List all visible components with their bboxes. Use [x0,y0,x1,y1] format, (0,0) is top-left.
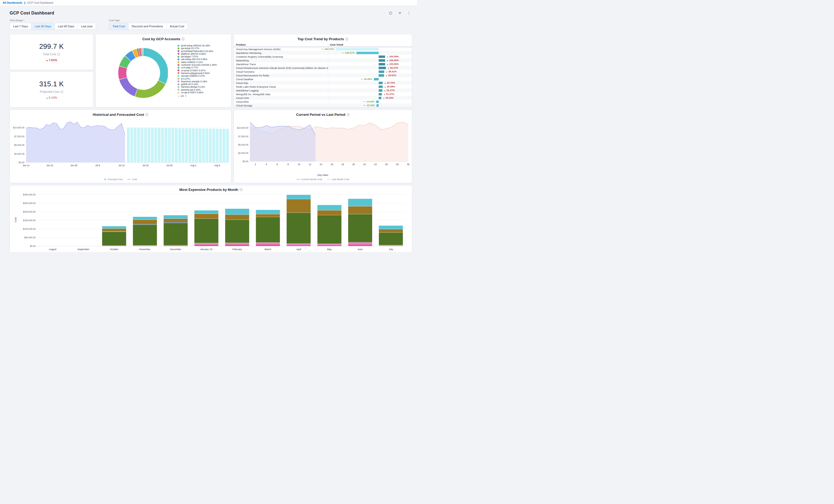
product-cell: Cloud Infrastructure Services GitLab Ser… [234,66,328,69]
info-icon[interactable]: i [57,53,60,56]
legend-item-customer-success-244100[interactable]: customer-success-244100 1.00% [177,64,231,66]
trend-bar [336,48,379,50]
stacked-bar-segment [348,214,372,242]
legend-label: ce-qa-274307 0.06% [181,91,203,94]
legend-label: ø 0.27% [181,78,190,80]
legend-forecast-cost[interactable]: Forecast Cost [104,178,123,181]
cost-type-option-total-cost[interactable]: Total Cost [109,23,128,30]
total-cost-delta: ▲7.61% [46,59,57,62]
legend-item-golink-url[interactable]: golink-url 0.14% [177,83,231,86]
legend-item-prod-setup-205416[interactable]: prod-setup-205416 32.29% [177,44,231,47]
historical-forecast-chart[interactable]: $0.00$2,500.00$5,000.00$7,500.00$10,000.… [12,118,229,172]
svg-text:July: July [389,248,393,251]
stacked-bar-segment [102,226,126,229]
cost-type-option-discount-and-promotions[interactable]: Discount and Promotions [128,23,166,30]
svg-text:6: 6 [277,163,278,166]
stacked-bar-segment [225,220,249,243]
info-icon[interactable]: i [145,113,148,116]
legend-page-down-icon[interactable]: ▼ [184,95,186,97]
product-cell: MongoDB Inc. MongoDB Atlas [234,93,328,96]
refresh-icon[interactable] [389,11,393,15]
trend-value: ▲ 16.34% [383,96,394,99]
cost-trend-cell: ▼ -146.37% [328,51,410,55]
info-icon[interactable]: i [181,38,184,41]
donut-slice-uat-setup-261723 [128,54,134,59]
column-header-product[interactable]: Product [234,43,328,46]
legend-label: golink-url 0.14% [181,83,198,86]
legend-item-ccm-play[interactable]: ccm-play 0.77% [177,66,231,69]
table-row[interactable]: Redis Labs Redis Enterprise Cloud▲ 25.38… [234,85,412,88]
legend-item-uat-setup-261723[interactable]: uat-setup-261723 5.55% [177,58,231,61]
legend-item-pr10406a87045145c3[interactable]: pr10406a87045145c3 15.20% [177,50,231,52]
legend-item-pentest-uat[interactable]: pentest-uat 0.10% [177,88,231,91]
svg-text:30: 30 [407,163,410,166]
table-row[interactable]: Cloud Memorystore for Redis▲ 33.51% [234,73,412,77]
legend-item-qa-target[interactable]: qa-target 7.57% [177,55,231,58]
info-icon[interactable]: i [345,38,348,41]
legend-page-up-icon[interactable]: ▲ [177,95,180,97]
table-row[interactable]: MongoDB Inc. MongoDB Atlas▲ 21.37% [234,92,412,96]
table-row[interactable]: Cloud CDN▲ 16.34% [234,96,412,100]
table-row[interactable]: Cloud Infrastructure Services GitLab Ser… [234,66,412,70]
filter-icon[interactable] [398,11,402,15]
table-row[interactable]: Cloud SQL▲ 25.70% [234,81,412,85]
legend-item-ø[interactable]: ø 0.27% [177,78,231,80]
gcp-accounts-donut-chart[interactable] [113,43,168,103]
stacked-bar-segment [317,210,342,215]
time-range-option-last-30-days[interactable]: Last 30 Days [31,23,54,30]
info-icon[interactable]: i [60,90,63,93]
legend-cost[interactable]: Cost [127,178,137,181]
column-header-cost-trend[interactable]: Cost Trend [328,43,410,47]
period-chart-legend: Current Month Cost Last Month Cost [234,178,412,181]
time-range-option-last-7-days[interactable]: Last 7 Days [10,23,31,30]
breadcrumb-chevron-icon: ❯ [24,1,26,4]
legend-last-month-cost[interactable]: Last Month Cost [327,178,349,181]
legend-item-harness-design[interactable]: harness-design 0.13% [177,86,231,88]
monthly-stacked-bar-chart[interactable]: $0.00$50,000.00$100,000.00$150,000.00$20… [13,193,410,252]
legend-item-platform-205701[interactable]: platform-205701 8.82% [177,52,231,55]
legend-current-month-cost[interactable]: Current Month Cost [297,178,322,181]
breadcrumb-link-all-dashboards[interactable]: All Dashboards [3,1,22,4]
donut-chart-title: Cost by GCP Accounts [142,37,180,41]
legend-item-harness-playground[interactable]: harness-playground 0.52% [177,72,231,74]
table-row[interactable]: Stackdriver Monitoring▼ -146.37% [234,51,412,55]
stacked-bar-segment [379,225,403,229]
stacked-bar-segment [256,243,280,244]
period-comparison-chart[interactable]: $0.00$2,500.00$5,000.00$7,500.00$10,000.… [236,118,410,171]
product-cell: Cloud SQL [234,82,328,84]
legend-dot [177,47,179,49]
legend-item-freemium-sample[interactable]: freemium-sample 0.19% [177,80,231,83]
period-chart-title: Current Period vs Last Period [296,113,345,117]
svg-text:April: April [296,248,301,251]
product-cell: Container Registry Vulnerability Scannin… [234,55,328,58]
table-row[interactable]: Stackdriver Logging▲ 25.27% [234,88,412,92]
legend-label: platform-205701 8.82% [181,52,206,55]
legend-dot [177,59,179,60]
table-row[interactable]: Container Registry Vulnerability Scannin… [234,55,412,59]
more-menu-icon[interactable] [407,11,411,15]
trend-value: ▲ 21.37% [383,93,394,95]
table-row[interactable]: Networking▲ 100.00% [234,59,412,62]
stacked-bar-segment [379,245,403,245]
info-icon[interactable]: i [347,113,350,116]
table-row[interactable]: Cloud Key Management Service (KMS)▼ -342… [234,47,412,51]
donut-slice-sales-209522 [134,53,137,54]
table-row[interactable]: Cloud Storage▼ -13.19% [234,104,412,107]
svg-text:February: February [232,248,242,251]
table-row[interactable]: Stackdriver Trace▲ 100.00% [234,62,412,66]
cost-type-option-actual-cost[interactable]: Actual Cost [166,23,188,30]
legend-item-secops-239815[interactable]: secops-239815 0.37% [177,74,231,77]
time-range-option-last-year[interactable]: Last year [78,23,96,30]
legend-item-qa-setup[interactable]: qa-setup 23.17% [177,47,231,50]
trend-bar [379,74,384,77]
info-icon[interactable]: i [240,188,242,191]
legend-item-ce-qa-274307[interactable]: ce-qa-274307 0.06% [177,91,231,94]
svg-text:June: June [357,248,363,251]
table-row[interactable]: Cloud DNS▼ -14.53% [234,100,412,104]
table-row[interactable]: Cloud Dataflow▼ -32.06% [234,77,412,81]
table-row[interactable]: Cloud Functions▲ 38.41% [234,70,412,73]
legend-item-ce-prod-274307[interactable]: ce-prod-274307 0.67% [177,69,231,72]
time-range-option-last-90-days[interactable]: Last 90 Days [54,23,78,30]
product-cell: Cloud Dataflow [234,78,328,81]
legend-item-sales-209522[interactable]: sales-209522 3.11% [177,61,231,64]
